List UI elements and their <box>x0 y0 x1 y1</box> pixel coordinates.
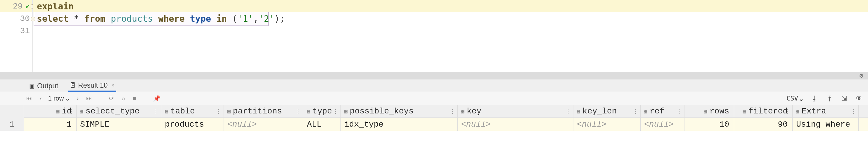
line-number: 29 <box>13 2 23 11</box>
column-icon: ▦ <box>644 108 647 114</box>
cell-partitions[interactable]: <null> <box>224 118 303 131</box>
cell-ref[interactable]: <null> <box>641 118 684 131</box>
gutter-line-29: 29 ✔ <box>0 0 32 12</box>
column-header-rows[interactable]: ▦rows⋮ <box>684 105 734 118</box>
sort-icon[interactable]: ⋮ <box>69 108 74 114</box>
sort-icon[interactable]: ⋮ <box>296 108 301 114</box>
column-icon: ▦ <box>704 108 707 114</box>
sql-editor[interactable]: 29 ✔ 30 31 explain select * from product… <box>0 0 868 72</box>
view-button[interactable]: 👁 <box>854 95 864 102</box>
sort-icon[interactable]: ⋮ <box>333 108 338 114</box>
column-label: select_type <box>86 107 140 116</box>
column-icon: ▦ <box>577 108 580 114</box>
tab-label: Result 10 <box>78 81 107 90</box>
sort-icon[interactable]: ⋮ <box>851 108 856 114</box>
cell-extra[interactable]: Using where <box>793 118 859 131</box>
code-line-29[interactable]: explain <box>33 0 868 12</box>
reload-button[interactable]: ⟳ <box>108 95 115 102</box>
lparen: ( <box>232 14 237 24</box>
column-label: type <box>312 107 332 116</box>
sort-icon[interactable]: ⋮ <box>450 108 455 114</box>
tab-output[interactable]: ▣ Output <box>28 80 60 92</box>
export-format-dropdown[interactable]: CSV ⌄ <box>786 95 803 102</box>
cell-key[interactable]: <null> <box>458 118 574 131</box>
sort-icon[interactable]: ⋮ <box>785 108 790 114</box>
editor-gutter: 29 ✔ 30 31 <box>0 0 32 72</box>
column-icon: ▦ <box>743 108 746 114</box>
pin-button[interactable]: 📌 <box>152 95 162 102</box>
cell-filtered[interactable]: 90 <box>734 118 793 131</box>
column-icon: ▦ <box>796 108 799 114</box>
check-icon: ✔ <box>26 2 30 10</box>
column-icon: ▦ <box>461 108 464 114</box>
code-line-31[interactable] <box>33 25 868 37</box>
literal-1: '1' <box>237 14 253 24</box>
result-tabs-bar: ▣ Output 🗄 Result 10 × <box>0 79 868 92</box>
ident-products: products <box>111 14 153 24</box>
code-area[interactable]: explain select * from products where typ… <box>32 0 868 72</box>
download-button[interactable]: ⭳ <box>810 95 819 102</box>
code-line-30[interactable]: select * from products where type in ('1… <box>33 12 868 25</box>
keyword-select: select <box>37 14 68 24</box>
find-button[interactable]: ⌕ <box>120 95 126 102</box>
column-header-type[interactable]: ▦type⋮ <box>303 105 341 118</box>
row-count-dropdown[interactable]: 1 row ⌄ <box>48 95 70 102</box>
column-header-ref[interactable]: ▦ref⋮ <box>641 105 684 118</box>
column-header-key[interactable]: ▦key⋮ <box>458 105 574 118</box>
cell-id[interactable]: 1 <box>24 118 76 131</box>
column-label: key <box>467 107 482 116</box>
column-header-filtered[interactable]: ▦filtered⋮ <box>734 105 793 118</box>
cell-table[interactable]: products <box>161 118 224 131</box>
cell-rows[interactable]: 10 <box>684 118 734 131</box>
column-header-possible-keys[interactable]: ▦possible_keys⋮ <box>341 105 458 118</box>
gutter-line-30: 30 <box>0 12 32 25</box>
sort-icon[interactable]: ⋮ <box>726 108 732 114</box>
column-label: ref <box>650 107 664 116</box>
gear-icon[interactable]: ⚙ <box>860 72 863 80</box>
last-page-button[interactable]: ⏭ <box>85 95 93 102</box>
sort-icon[interactable]: ⋮ <box>216 108 221 114</box>
next-page-button[interactable]: › <box>75 95 80 102</box>
csv-label: CSV <box>786 95 798 102</box>
first-page-button[interactable]: ⏮ <box>25 95 33 102</box>
column-icon: ▦ <box>344 108 347 114</box>
column-header-select-type[interactable]: ▦select_type⋮ <box>76 105 161 118</box>
sort-icon[interactable]: ⋮ <box>153 108 159 114</box>
column-header-partitions[interactable]: ▦partitions⋮ <box>224 105 303 118</box>
cell-select-type[interactable]: SIMPLE <box>76 118 161 131</box>
chevron-down-icon: ⌄ <box>799 95 803 102</box>
column-label: Extra <box>802 107 826 116</box>
table-row[interactable]: 1 1 SIMPLE products <null> ALL idx_type … <box>0 118 868 131</box>
cell-possible-keys[interactable]: idx_type <box>341 118 458 131</box>
sort-icon[interactable]: ⋮ <box>565 108 571 114</box>
column-header-id[interactable]: ▦id⋮ <box>24 105 76 118</box>
column-header-key-len[interactable]: ▦key_len⋮ <box>574 105 641 118</box>
tab-label: Output <box>37 82 58 90</box>
stop-button[interactable]: ■ <box>131 95 137 102</box>
sort-icon[interactable]: ⋮ <box>677 108 682 114</box>
keyword-from: from <box>85 14 105 24</box>
db-icon: 🗄 <box>70 82 76 89</box>
cell-key-len[interactable]: <null> <box>574 118 641 131</box>
keyword-explain: explain <box>37 1 74 11</box>
column-icon: ▦ <box>227 108 230 114</box>
prev-page-button[interactable]: ‹ <box>38 95 43 102</box>
gutter-line-31: 31 <box>0 25 32 37</box>
grid-header-row: ▦id⋮ ▦select_type⋮ ▦table⋮ ▦partitions⋮ … <box>0 105 868 118</box>
panel-splitter[interactable]: ⚙ <box>0 72 868 79</box>
upload-button[interactable]: ⭱ <box>825 95 835 102</box>
cell-type[interactable]: ALL <box>303 118 341 131</box>
star: * <box>74 14 79 24</box>
close-icon[interactable]: × <box>111 82 115 89</box>
column-label: key_len <box>583 107 617 116</box>
sort-icon[interactable]: ⋮ <box>633 108 638 114</box>
column-icon: ▦ <box>165 108 168 114</box>
rparen: ) <box>274 14 280 24</box>
tab-result-10[interactable]: 🗄 Result 10 × <box>68 80 116 92</box>
row-count-label: 1 row <box>48 95 64 102</box>
column-header-table[interactable]: ▦table⋮ <box>161 105 224 118</box>
column-header-extra[interactable]: ▦Extra⋮ <box>793 105 859 118</box>
row-number-header[interactable] <box>0 105 24 118</box>
split-view-button[interactable]: ⇲ <box>840 95 849 102</box>
row-number-cell[interactable]: 1 <box>0 118 24 131</box>
